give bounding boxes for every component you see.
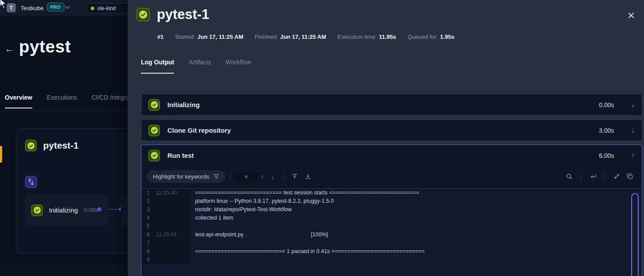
line-text [190,222,195,231]
status-passed-icon [148,99,160,111]
page-title: pytest [19,37,71,56]
queued-label: Queued for: [407,34,438,40]
testkube-logo[interactable]: T [7,3,16,12]
line-text: ============================ 1 passed in… [190,247,425,256]
step-label: Initializing [167,101,592,108]
app-root: T Testkube PRO ole-kind ← pytest Overvie… [0,0,644,276]
expand-arrow-icon[interactable]: ↓ [631,101,635,109]
step-section-clone-git[interactable]: Clone Git repository 3.00s ↓ [141,119,642,141]
line-number: 3 [141,205,156,214]
log-toolbar: Highlight for keywords ø ↑ ↓ [141,168,642,185]
status-passed-icon [25,140,37,151]
line-number: 5 [141,222,156,231]
mouse-cursor-icon [0,0,8,9]
tab-executions[interactable]: Executions [47,94,77,108]
tab-artifacts[interactable]: Artifacts [189,59,211,74]
finished-value: Jun 17, 11:25 AM [280,34,326,40]
finished-label: Finished: [255,34,278,40]
search-icon[interactable] [563,173,576,180]
status-passed-icon [148,150,160,161]
step-duration: 3.00s [599,127,614,134]
expand-arrow-icon[interactable]: ↓ [631,127,635,134]
chevron-down-icon[interactable] [65,6,70,9]
log-line: 8============================ 1 passed i… [141,247,642,256]
page-tabs: Overview Executions CI/CD Integration [5,94,139,108]
log-line: 611:25:41test-api-endpoint.py . [100%] [141,231,642,239]
line-text [190,256,195,264]
execution-time-label: Execution time: [337,34,377,40]
tab-log-output[interactable]: Log Output [141,59,174,74]
log-line: 111:25:40=========================== tes… [141,189,642,197]
line-number: 4 [141,214,156,222]
log-line: 9 [141,256,642,264]
previous-match-button[interactable]: ↑ [257,173,268,180]
line-number: 7 [141,239,156,247]
started-label: Started: [175,34,195,40]
download-log-button[interactable] [301,173,315,179]
status-passed-icon [148,125,160,136]
workflow-node-initializing[interactable]: Initializing 0.00s [25,194,108,226]
brand-name: Testkube [21,5,44,11]
execution-drawer: pytest-1 ✕ #1 Started:Jun 17, 11:25 AM F… [128,0,644,276]
filter-funnel-icon [214,174,219,179]
bottom-section [0,265,128,276]
line-number: 9 [141,256,156,264]
step-label: Run test [167,152,592,159]
execution-name: pytest-1 [43,140,79,151]
selected-row-accent [0,146,2,163]
line-number: 2 [141,197,156,205]
execution-time-value: 11.95s [379,34,396,40]
log-scrollbar-thumb[interactable] [631,193,639,276]
back-button[interactable]: ← [5,44,14,54]
tab-overview[interactable]: Overview [5,94,32,108]
line-text [190,239,195,247]
env-status-dot [91,7,94,10]
execution-meta: #1 Started:Jun 17, 11:25 AM Finished:Jun… [157,34,454,40]
status-passed-icon [137,8,150,21]
line-text: =========================== test session… [190,189,419,197]
connector-dot [97,207,101,211]
drawer-tabs: Log Output Artifacts Workflow [141,59,251,74]
toolbar-divider [581,173,581,180]
log-line: 5 [141,222,642,231]
collapse-arrow-icon[interactable]: ↑ [631,152,635,160]
env-name: ole-kind [97,5,116,11]
scroll-to-top-button[interactable] [288,173,301,179]
step-duration: 6.00s [599,152,614,159]
toolbar-divider [283,173,283,180]
line-number: 1 [141,189,156,197]
step-duration: 0.00s [599,101,614,108]
next-match-button[interactable]: ↓ [267,173,278,180]
line-text: test-api-endpoint.py . [100%] [190,231,328,239]
drawer-title: pytest-1 [157,7,209,22]
highlight-keywords-label: Highlight for keywords [153,173,209,180]
expand-fullscreen-icon[interactable] [610,173,623,179]
status-passed-icon [31,205,43,216]
tab-workflow[interactable]: Workflow [226,59,251,74]
step-section-run-test[interactable]: Run test 6.00s ↑ Highlight for keywords … [141,145,642,276]
log-line: 3rootdir: /data/repo/Pytest-Test-Workflo… [141,205,642,214]
log-output-viewer[interactable]: 111:25:40=========================== tes… [141,188,642,276]
started-value: Jun 17, 11:25 AM [197,34,243,40]
line-text: platform linux -- Python 3.8.17, pytest-… [190,197,334,205]
line-timestamp: 11:25:41 [156,231,177,239]
toolbar-divider [605,173,605,180]
match-count-input[interactable]: ø [235,172,257,181]
line-number: 8 [141,247,156,256]
copy-icon[interactable] [623,173,637,179]
log-line: 7 [141,239,642,247]
log-line: 2platform linux -- Python 3.8.17, pytest… [141,197,642,205]
wrap-lines-icon[interactable] [586,174,600,179]
highlight-keywords-button[interactable]: Highlight for keywords [147,170,225,183]
close-icon[interactable]: ✕ [625,9,637,22]
step-section-initializing[interactable]: Initializing 0.00s ↓ [141,94,642,116]
workflow-icon[interactable] [25,176,37,188]
line-text: rootdir: /data/repo/Pytest-Test-Workflow [190,205,292,214]
step-label: Clone Git repository [167,127,592,134]
execution-number: #1 [157,34,163,40]
line-timestamp: 11:25:40 [156,189,177,197]
line-number: 6 [141,231,156,239]
toolbar-divider [230,173,230,180]
queued-value: 1.95s [440,34,455,40]
node-duration: 0.00s [84,207,98,213]
